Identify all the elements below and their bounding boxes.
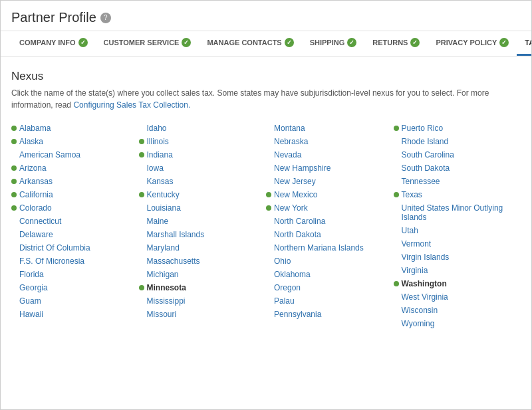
- page-title: Partner Profile ?: [11, 10, 521, 25]
- state-item[interactable]: Northern Mariana Islands: [266, 241, 394, 255]
- state-item[interactable]: Washington: [394, 277, 521, 290]
- config-link[interactable]: Configuring Sales Tax Collection.: [73, 100, 190, 110]
- state-name: Puerto Rico: [402, 124, 444, 133]
- state-item[interactable]: Ohio: [266, 255, 394, 268]
- state-item[interactable]: Utah: [394, 224, 521, 237]
- company-info-check: ✓: [78, 38, 88, 47]
- state-item[interactable]: New Hampshire: [266, 161, 394, 175]
- privacy-policy-label: PRIVACY POLICY: [436, 39, 497, 47]
- state-item[interactable]: Guam: [11, 294, 139, 308]
- state-item[interactable]: South Carolina: [394, 148, 521, 161]
- tab-taxes[interactable]: TAXES ✓: [517, 31, 531, 56]
- tab-customer-service[interactable]: CUSTOMER SERVICE ✓: [96, 31, 200, 56]
- state-item[interactable]: Rhode Island: [394, 135, 521, 148]
- state-item[interactable]: Louisiana: [139, 201, 267, 215]
- state-item[interactable]: Idaho: [139, 122, 267, 135]
- tab-privacy-policy[interactable]: PRIVACY POLICY ✓: [428, 31, 517, 56]
- selected-dot: [394, 281, 399, 286]
- state-item[interactable]: Oklahoma: [266, 268, 394, 281]
- state-item[interactable]: Colorado: [11, 201, 139, 215]
- state-item[interactable]: District Of Columbia: [11, 241, 139, 255]
- state-item[interactable]: Missouri: [139, 308, 267, 321]
- state-item[interactable]: Marshall Islands: [139, 228, 267, 241]
- state-item[interactable]: Virginia: [394, 264, 521, 277]
- state-item[interactable]: Florida: [11, 268, 139, 281]
- state-name: New Hampshire: [274, 163, 331, 173]
- selected-dot: [266, 192, 271, 197]
- states-column: MontanaNebraskaNevadaNew HampshireNew Je…: [266, 122, 394, 330]
- state-name: United States Minor Outlying Islands: [402, 203, 521, 222]
- state-item[interactable]: North Carolina: [266, 215, 394, 228]
- state-item[interactable]: Arizona: [11, 161, 139, 175]
- state-item[interactable]: Wisconsin: [394, 304, 521, 317]
- selected-dot: [139, 285, 144, 290]
- state-item[interactable]: New Mexico: [266, 188, 394, 201]
- state-item[interactable]: Mississippi: [139, 294, 267, 308]
- state-item[interactable]: Nevada: [266, 148, 394, 161]
- state-item[interactable]: New Jersey: [266, 175, 394, 188]
- state-item[interactable]: F.S. Of Micronesia: [11, 255, 139, 268]
- tab-shipping[interactable]: SHIPPING ✓: [302, 31, 365, 56]
- state-item[interactable]: Maine: [139, 215, 267, 228]
- tab-returns[interactable]: RETURNS ✓: [364, 31, 428, 56]
- selected-dot: [11, 165, 17, 171]
- help-icon[interactable]: ?: [100, 13, 111, 23]
- state-item[interactable]: Georgia: [11, 281, 139, 294]
- state-name: Montana: [274, 124, 305, 133]
- state-item[interactable]: Hawaii: [11, 308, 139, 321]
- state-item[interactable]: Minnesota: [139, 281, 267, 294]
- state-item[interactable]: Tennessee: [394, 175, 521, 188]
- state-item[interactable]: Puerto Rico: [394, 122, 521, 135]
- states-column: Puerto RicoRhode IslandSouth CarolinaSou…: [394, 122, 521, 330]
- state-item[interactable]: Connecticut: [11, 215, 139, 228]
- state-item[interactable]: Alaska: [11, 135, 139, 148]
- main-window: Partner Profile ? COMPANY INFO ✓ CUSTOME…: [0, 0, 532, 410]
- state-item[interactable]: Wyoming: [394, 317, 521, 330]
- state-name: Rhode Island: [402, 137, 449, 146]
- state-name: South Carolina: [402, 150, 454, 159]
- state-item[interactable]: Vermont: [394, 237, 521, 251]
- state-item[interactable]: Massachusetts: [139, 255, 267, 268]
- state-item[interactable]: American Samoa: [11, 148, 139, 161]
- state-item[interactable]: California: [11, 188, 139, 201]
- state-item[interactable]: Michigan: [139, 268, 267, 281]
- shipping-check: ✓: [347, 38, 356, 47]
- state-item[interactable]: Kansas: [139, 175, 267, 188]
- state-item[interactable]: United States Minor Outlying Islands: [394, 201, 521, 224]
- state-item[interactable]: Kentucky: [139, 188, 267, 201]
- state-item[interactable]: Montana: [266, 122, 394, 135]
- state-name: New Jersey: [274, 177, 316, 186]
- state-name: California: [19, 190, 53, 199]
- selected-dot: [11, 139, 17, 144]
- state-item[interactable]: West Virginia: [394, 290, 521, 304]
- state-name: Maryland: [147, 243, 180, 253]
- state-item[interactable]: New York: [266, 201, 394, 215]
- state-name: Indiana: [147, 150, 173, 159]
- state-item[interactable]: Illinois: [139, 135, 267, 148]
- tab-manage-contacts[interactable]: MANAGE CONTACTS ✓: [199, 31, 301, 56]
- state-item[interactable]: Indiana: [139, 148, 267, 161]
- state-item[interactable]: Palau: [266, 294, 394, 308]
- state-item[interactable]: Iowa: [139, 161, 267, 175]
- returns-check: ✓: [410, 38, 420, 47]
- state-item[interactable]: Nebraska: [266, 135, 394, 148]
- state-item[interactable]: Alabama: [11, 122, 139, 135]
- state-item[interactable]: South Dakota: [394, 161, 521, 175]
- selected-dot: [394, 192, 399, 197]
- state-name: Guam: [19, 296, 41, 306]
- company-info-label: COMPANY INFO: [19, 39, 76, 47]
- selected-dot: [266, 205, 271, 211]
- state-name: Utah: [402, 226, 418, 235]
- selected-dot: [394, 126, 399, 131]
- state-item[interactable]: North Dakota: [266, 228, 394, 241]
- state-item[interactable]: Delaware: [11, 228, 139, 241]
- state-item[interactable]: Arkansas: [11, 175, 139, 188]
- state-item[interactable]: Pennsylvania: [266, 308, 394, 321]
- section-title: Nexus: [11, 70, 521, 83]
- state-item[interactable]: Texas: [394, 188, 521, 201]
- state-item[interactable]: Maryland: [139, 241, 267, 255]
- state-item[interactable]: Virgin Islands: [394, 251, 521, 264]
- tab-company-info[interactable]: COMPANY INFO ✓: [11, 31, 96, 56]
- state-name: South Dakota: [402, 163, 450, 173]
- state-item[interactable]: Oregon: [266, 281, 394, 294]
